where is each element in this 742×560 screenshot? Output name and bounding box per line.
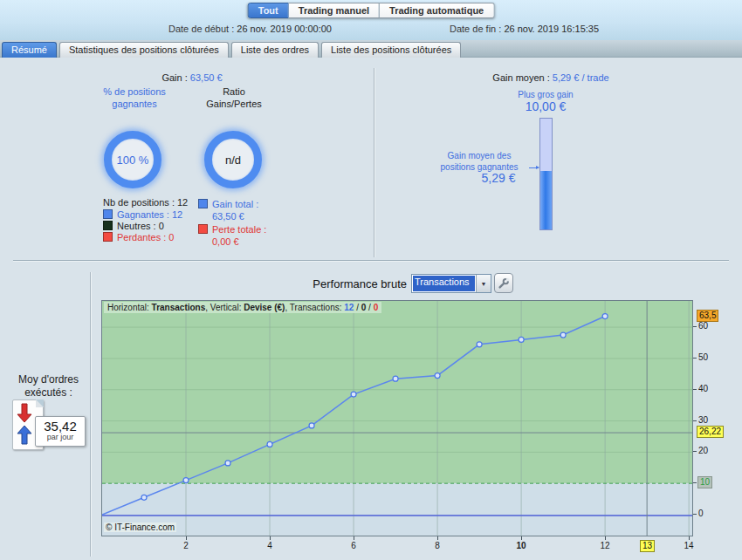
ratio-value: n/d <box>225 154 241 167</box>
winning-label: Gagnantes : 12 <box>117 209 182 220</box>
chart-header-count-win: 12 <box>344 303 354 312</box>
y-axis-label: 20 <box>698 446 708 455</box>
x-axis-tick <box>521 536 522 540</box>
chart-copyright: © IT-Finance.com <box>104 522 176 532</box>
last-value-badge: 63,5 <box>697 310 718 322</box>
orders-per-day-unit: par jour <box>36 433 85 441</box>
x-axis-label: 6 <box>345 541 362 550</box>
y-axis-tick <box>693 326 697 327</box>
performance-chart-canvas <box>102 301 692 536</box>
losing-row: Perdantes : 0 <box>103 232 174 242</box>
chart-header-transactions-label: , Transactions: <box>285 303 344 312</box>
gain-moyen-value: 5,29 € / trade <box>553 72 609 83</box>
losing-label: Perdantes : 0 <box>117 232 174 242</box>
wrench-icon <box>498 277 510 290</box>
gain-moyen-title: Gain moyen : 5,29 € / trade <box>464 72 638 85</box>
x-axis-label: 14 <box>680 541 697 550</box>
winning-pct-donut: 100 % <box>104 131 161 188</box>
winning-pct-value: 100 % <box>117 154 149 167</box>
date-start: Date de début : 26 nov. 2019 00:00:00 <box>168 24 332 34</box>
cursor-x-badge: 13 <box>640 540 655 552</box>
y-axis-label: 30 <box>698 415 708 425</box>
chart-header-vertical-label: , Vertical: <box>205 303 244 312</box>
x-axis-tick <box>605 536 606 540</box>
losing-color-swatch <box>103 232 113 242</box>
neutral-label: Neutres : 0 <box>117 221 164 231</box>
gain-title-label: Gain : <box>161 72 187 83</box>
x-axis-tick <box>689 536 690 540</box>
orders-per-day-box: 35,42 par jour <box>35 416 86 447</box>
date-start-label: Date de début : <box>168 24 234 34</box>
loss-total-value: 0,00 € <box>212 236 239 247</box>
tab-tout[interactable]: Tout <box>248 3 289 18</box>
x-axis-tick <box>270 536 271 540</box>
section-divider <box>13 260 729 261</box>
gain-title: Gain : 63,50 € <box>113 72 271 85</box>
winning-color-swatch <box>103 209 113 219</box>
avg-gain-gauge-fill <box>540 171 552 229</box>
chart-y-axis: 010203040506063,526,22 <box>693 300 742 544</box>
loss-total-label: Perte totale : <box>212 224 266 235</box>
avg-win-pointer <box>529 167 539 168</box>
orders-down-arrow-icon <box>17 404 31 422</box>
positions-count: Nb de positions : 12 <box>103 197 188 208</box>
page-fold-icon <box>36 400 44 407</box>
view-switcher: Tout Trading manuel Trading automatique <box>248 3 495 18</box>
x-axis-label: 10 <box>512 541 530 550</box>
trading-report-window: Tout Trading manuel Trading automatique … <box>0 0 742 560</box>
chart-left-divider <box>90 272 91 557</box>
tab-trading-automatique[interactable]: Trading automatique <box>380 3 494 18</box>
y-axis-label: 0 <box>698 509 704 518</box>
gain-title-value: 63,50 € <box>190 72 223 83</box>
y-axis-tick <box>693 358 697 359</box>
top-toolbar: Tout Trading manuel Trading automatique … <box>0 0 742 40</box>
x-axis-label: 2 <box>177 541 195 550</box>
gain-total-swatch <box>198 199 208 208</box>
winning-row: Gagnantes : 12 <box>103 209 182 220</box>
loss-total-row: Perte totale : <box>198 224 266 235</box>
date-start-value: 26 nov. 2019 00:00:00 <box>237 24 332 34</box>
stats-vertical-divider <box>374 68 374 257</box>
chart-header-vertical-value: Devise (€) <box>244 303 285 312</box>
chart-header-horizontal-label: Horizontal: <box>107 303 152 312</box>
ratio-label: Ratio Gains/Pertes <box>194 86 274 111</box>
x-axis-label: 4 <box>261 541 278 550</box>
date-end-value: 26 nov. 2019 16:15:35 <box>504 24 599 34</box>
y-axis-tick <box>693 482 697 483</box>
avg-win-label: Gain moyen des positions gagnantes <box>431 151 527 173</box>
performance-mode-value: Transactions <box>413 276 475 291</box>
tab-liste-ordres[interactable]: Liste des ordres <box>231 42 319 58</box>
performance-chart[interactable] <box>101 300 693 536</box>
avg-gain-gauge <box>539 118 553 230</box>
gain-total-label: Gain total : <box>212 199 258 209</box>
y-axis-label: 40 <box>698 384 708 393</box>
x-axis-tick <box>437 536 438 540</box>
performance-mode-select[interactable]: Transactions ▼ <box>411 274 491 293</box>
separator: / <box>354 303 361 312</box>
tab-statistiques[interactable]: Statistiques des positions clôturées <box>59 42 229 58</box>
performance-label: Performance brute <box>262 277 407 290</box>
y-axis-threshold-label: 10 <box>697 476 712 488</box>
gain-moyen-label: Gain moyen : <box>492 72 549 83</box>
tab-trading-manuel[interactable]: Trading manuel <box>289 3 380 18</box>
x-axis-label: 8 <box>429 541 446 550</box>
chart-x-axis: 246810121413 <box>102 536 713 558</box>
wrench-notch <box>506 278 509 281</box>
chevron-down-icon[interactable]: ▼ <box>476 275 491 292</box>
x-axis-tick <box>354 536 354 540</box>
chart-settings-button[interactable] <box>494 273 513 293</box>
y-axis-tick <box>693 514 697 515</box>
y-axis-tick <box>693 420 697 421</box>
y-axis-tick <box>693 451 697 452</box>
y-axis-label: 50 <box>698 352 708 362</box>
y-axis-tick <box>693 389 697 390</box>
cursor-y-badge: 26,22 <box>697 426 724 438</box>
tab-resume[interactable]: Résumé <box>2 42 57 58</box>
date-end: Date de fin : 26 nov. 2019 16:15:35 <box>450 24 599 34</box>
tab-liste-positions[interactable]: Liste des positions clôturées <box>321 42 461 58</box>
chart-header-count-loss: 0 <box>374 303 379 312</box>
gain-total-value: 63,50 € <box>212 211 244 222</box>
chart-header-horizontal-value: Transactions <box>152 303 206 312</box>
chart-header: Horizontal: Transactions, Vertical: Devi… <box>104 302 381 313</box>
loss-total-swatch <box>198 224 208 234</box>
